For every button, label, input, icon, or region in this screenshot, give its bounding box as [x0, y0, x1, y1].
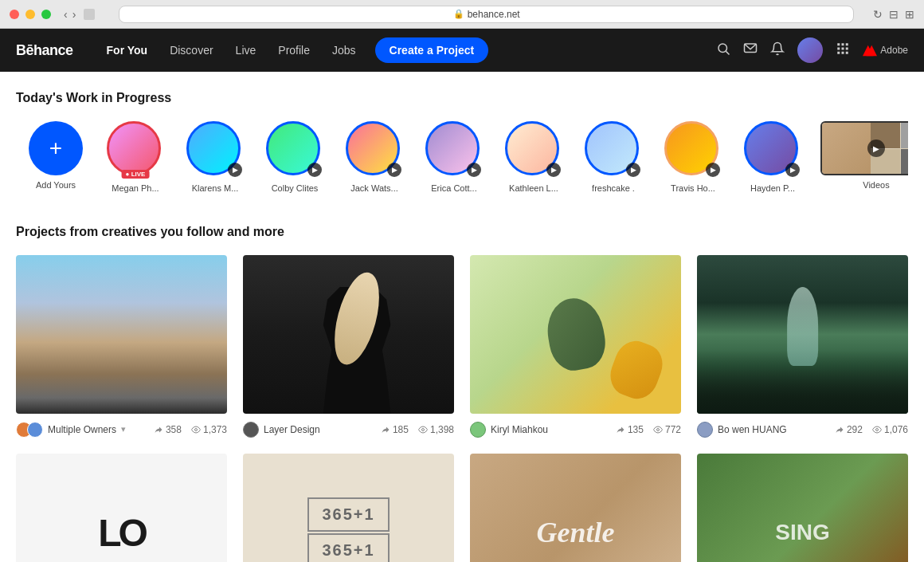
apps-grid-icon[interactable] [836, 41, 850, 60]
project-thumb-1 [16, 255, 227, 414]
project-thumb-4 [697, 255, 908, 414]
story-freshcake-wrap: ▶ [585, 121, 642, 179]
nav-for-you[interactable]: For You [97, 39, 158, 61]
project-meta-1: Multiple Owners ▾ 358 1,373 [16, 422, 227, 438]
play-badge-jack: ▶ [387, 163, 401, 177]
story-erica[interactable]: ▶ Erica Cott... [414, 121, 494, 193]
project-card-1[interactable]: Multiple Owners ▾ 358 1,373 [16, 255, 227, 438]
create-project-button[interactable]: Create a Project [375, 37, 489, 63]
story-colby[interactable]: ▶ Colby Clites [255, 121, 335, 193]
project-thumb-5: LO [16, 454, 227, 562]
behance-logo[interactable]: Bēhance [16, 42, 73, 59]
svg-rect-4 [838, 43, 840, 45]
story-freshcake[interactable]: ▶ freshcake . [574, 121, 653, 193]
story-hayden-wrap: ▶ [744, 121, 801, 179]
stories-section: Today's Work in Progress + Add Yours ● L… [16, 91, 908, 193]
project-thumb-2 [243, 255, 454, 414]
story-freshcake-label: freshcake . [592, 183, 635, 193]
project-stats-2: 185 1,398 [381, 424, 454, 435]
address-bar[interactable]: 🔒 behance.net [119, 6, 854, 23]
play-badge-travis: ▶ [706, 163, 720, 177]
svg-rect-0 [84, 9, 95, 20]
play-badge-erica: ▶ [467, 163, 481, 177]
story-megan-wrap: ● LIVE [107, 121, 164, 179]
story-kathleen[interactable]: ▶ Kathleen L... [494, 121, 574, 193]
forward-button[interactable]: › [72, 8, 76, 21]
story-add-label: Add Yours [36, 180, 76, 190]
svg-point-16 [421, 428, 424, 430]
traffic-light-close[interactable] [10, 10, 19, 19]
live-badge: ● LIVE [122, 170, 150, 179]
project-meta-4: Bo wen HUANG 292 1,076 [697, 422, 908, 438]
nav-jobs[interactable]: Jobs [323, 39, 366, 61]
project-owner-1: Multiple Owners ▾ [16, 422, 126, 438]
nav-right: Adobe [716, 37, 908, 63]
browser-chrome-right: ↻ ⊟ ⊞ [873, 8, 914, 21]
play-badge-kathleen: ▶ [546, 163, 561, 177]
project-card-2[interactable]: Layer Design 185 1,398 [243, 255, 454, 438]
story-klarens-wrap: ▶ [186, 121, 244, 179]
projects-section: Projects from creatives you follow and m… [16, 225, 908, 562]
play-badge-hayden: ▶ [785, 163, 800, 177]
play-badge-colby: ▶ [307, 163, 322, 177]
project-card-5[interactable]: LO [16, 454, 227, 562]
project-meta-3: Kiryl Miahkou 135 772 [470, 422, 681, 438]
add-story-button[interactable]: + [29, 121, 83, 175]
notifications-icon[interactable] [770, 41, 785, 60]
story-colby-label: Colby Clites [272, 183, 319, 193]
svg-rect-11 [842, 51, 844, 53]
nav-live[interactable]: Live [226, 39, 266, 61]
reload-button[interactable]: ↻ [873, 8, 883, 21]
story-travis-wrap: ▶ [664, 121, 722, 179]
svg-point-15 [194, 428, 197, 430]
svg-point-1 [718, 44, 727, 53]
svg-rect-9 [846, 47, 848, 49]
story-travis[interactable]: ▶ Travis Ho... [653, 121, 733, 193]
messages-icon[interactable] [743, 41, 758, 60]
svg-rect-12 [846, 51, 848, 53]
window-chrome: ‹ › 🔒 behance.net ↻ ⊟ ⊞ [0, 0, 924, 29]
story-jack-wrap: ▶ [346, 121, 403, 179]
story-videos-wrap: ▶ [820, 121, 908, 175]
story-hayden-label: Hayden P... [750, 183, 795, 193]
project-card-7[interactable]: Gentle [470, 454, 681, 562]
story-add-yours[interactable]: + Add Yours [16, 121, 96, 190]
svg-rect-6 [846, 43, 848, 45]
project-thumb-8: SING [697, 454, 908, 562]
url-text: behance.net [468, 9, 520, 20]
play-badge-freshcake: ▶ [626, 163, 640, 177]
nav-profile[interactable]: Profile [268, 39, 319, 61]
story-klarens[interactable]: ▶ Klarens M... [175, 121, 255, 193]
window-minimize-icon[interactable]: ⊟ [889, 8, 899, 21]
nav-discover[interactable]: Discover [160, 39, 222, 61]
traffic-light-minimize[interactable] [25, 10, 35, 19]
story-megan[interactable]: ● LIVE Megan Ph... [96, 121, 175, 193]
project-card-3[interactable]: Kiryl Miahkou 135 772 [470, 255, 681, 438]
story-videos[interactable]: ▶ Videos [812, 121, 908, 190]
story-hayden[interactable]: ▶ Hayden P... [733, 121, 812, 193]
project-owner-3: Kiryl Miahkou [470, 422, 548, 438]
story-erica-label: Erica Cott... [431, 183, 476, 193]
svg-point-18 [875, 428, 878, 430]
project-card-6[interactable]: 365+1 365+1 [243, 454, 454, 562]
back-button[interactable]: ‹ [64, 8, 68, 21]
project-card-8[interactable]: SING [697, 454, 908, 562]
story-jack[interactable]: ▶ Jack Wats... [335, 121, 414, 193]
project-owner-2: Layer Design [243, 422, 320, 438]
search-icon[interactable] [716, 41, 730, 60]
user-avatar[interactable] [797, 37, 823, 63]
traffic-light-fullscreen[interactable] [41, 10, 51, 19]
story-colby-wrap: ▶ [266, 121, 323, 179]
play-badge-klarens: ▶ [228, 163, 242, 177]
browser-nav: ‹ › [64, 8, 76, 21]
projects-title: Projects from creatives you follow and m… [16, 225, 908, 239]
svg-line-2 [726, 51, 730, 54]
adobe-logo: Adobe [863, 45, 908, 57]
story-megan-label: Megan Ph... [112, 183, 159, 193]
project-meta-2: Layer Design 185 1,398 [243, 422, 454, 438]
story-videos-label: Videos [863, 180, 889, 190]
window-maximize-icon[interactable]: ⊞ [905, 8, 914, 21]
story-travis-label: Travis Ho... [671, 183, 715, 193]
project-card-4[interactable]: Bo wen HUANG 292 1,076 [697, 255, 908, 438]
project-stats-4: 292 1,076 [835, 424, 908, 435]
